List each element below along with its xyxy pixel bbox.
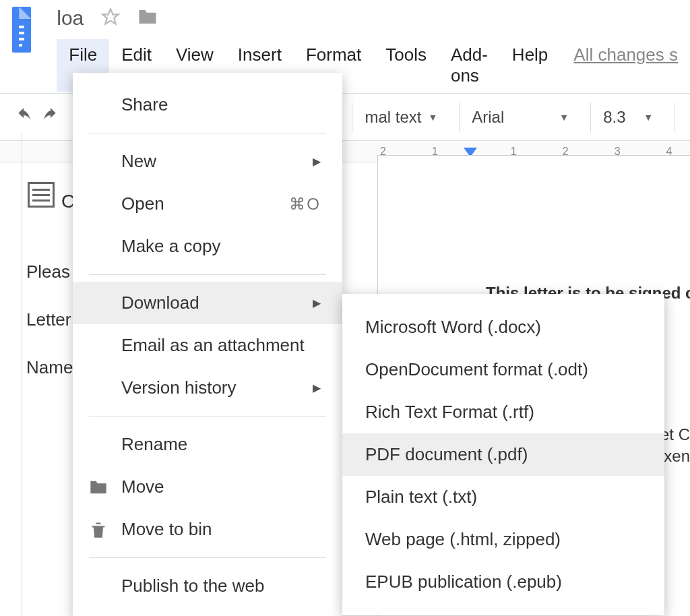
menu-label: Rename <box>121 434 187 455</box>
submenu-arrow-icon: ▶ <box>313 381 321 394</box>
menu-label: Open <box>121 193 164 214</box>
submenu-item-rtf[interactable]: Rich Text Format (.rtf) <box>342 391 664 433</box>
menu-item-publish[interactable]: Publish to the web <box>73 565 342 607</box>
redo-button[interactable] <box>42 107 59 127</box>
download-submenu: Microsoft Word (.docx) OpenDocument form… <box>342 294 664 615</box>
menu-label: Download <box>121 292 199 313</box>
font-family-value: Arial <box>472 108 553 127</box>
outline-item[interactable]: Letter <box>26 309 76 330</box>
menu-item-make-copy[interactable]: Make a copy <box>73 225 342 268</box>
menu-separator <box>89 557 326 558</box>
submenu-item-docx[interactable]: Microsoft Word (.docx) <box>342 306 664 348</box>
menu-item-share[interactable]: Share <box>73 84 342 126</box>
menu-item-version-history[interactable]: Version history ▶ <box>73 367 342 409</box>
submenu-item-epub[interactable]: EPUB publication (.epub) <box>342 561 664 603</box>
font-size-value: 8.3 <box>603 108 637 127</box>
menu-item-move-to-bin[interactable]: Move to bin <box>73 508 342 551</box>
document-title[interactable]: loa <box>57 7 84 30</box>
trash-icon <box>89 520 108 539</box>
move-folder-icon[interactable] <box>137 8 158 28</box>
save-status[interactable]: All changes s <box>573 39 678 92</box>
menu-help[interactable]: Help <box>500 39 560 92</box>
outline-item[interactable]: Pleas <box>26 261 76 282</box>
menu-label: Publish to the web <box>121 576 264 596</box>
menu-item-move[interactable]: Move <box>73 466 342 508</box>
paragraph-style-value: mal text <box>365 108 421 127</box>
submenu-item-odt[interactable]: OpenDocument format (.odt) <box>342 348 664 391</box>
menu-addons[interactable]: Add-ons <box>439 39 500 92</box>
menu-item-download[interactable]: Download ▶ <box>73 282 342 324</box>
undo-button[interactable] <box>15 107 32 127</box>
outline-panel: C Pleas Letter Name <box>22 155 76 405</box>
menu-label: Move <box>121 476 164 497</box>
folder-icon <box>89 478 108 497</box>
submenu-arrow-icon: ▶ <box>313 297 321 309</box>
font-size-select[interactable]: 8.3 ▼ <box>590 102 665 132</box>
menu-item-rename[interactable]: Rename <box>73 423 342 466</box>
menu-label: Email as an attachment <box>121 335 305 356</box>
menu-label: Move to bin <box>121 519 212 540</box>
vertical-ruler[interactable] <box>0 133 22 616</box>
menu-separator <box>89 416 326 417</box>
file-menu-dropdown: Share New ▶ Open ⌘O Make a copy Download… <box>73 73 342 616</box>
docs-logo-icon[interactable] <box>12 7 31 53</box>
submenu-item-pdf[interactable]: PDF document (.pdf) <box>342 433 664 476</box>
menu-label: Make a copy <box>121 236 220 257</box>
menu-label: Share <box>121 94 168 115</box>
submenu-arrow-icon: ▶ <box>313 155 321 168</box>
svg-marker-0 <box>103 9 119 24</box>
outline-item[interactable]: Name <box>26 357 76 378</box>
caret-down-icon: ▼ <box>644 112 653 123</box>
paragraph-style-select[interactable]: mal text ▼ <box>352 102 449 132</box>
shortcut-label: ⌘O <box>289 195 321 214</box>
menu-item-open[interactable]: Open ⌘O <box>73 183 342 225</box>
outline-icon[interactable] <box>28 182 55 208</box>
caret-down-icon: ▼ <box>559 112 569 123</box>
menu-separator <box>89 133 326 133</box>
caret-down-icon: ▼ <box>428 112 437 123</box>
menu-separator <box>89 274 326 275</box>
menu-label: New <box>121 151 156 172</box>
submenu-item-html[interactable]: Web page (.html, zipped) <box>342 518 664 561</box>
font-family-select[interactable]: Arial ▼ <box>459 102 581 132</box>
menu-item-email-attachment[interactable]: Email as an attachment <box>73 324 342 367</box>
star-icon[interactable] <box>101 7 120 29</box>
menu-item-new[interactable]: New ▶ <box>73 140 342 183</box>
menu-tools[interactable]: Tools <box>373 39 439 92</box>
menu-label: Version history <box>121 377 237 398</box>
submenu-item-txt[interactable]: Plain text (.txt) <box>342 476 664 518</box>
